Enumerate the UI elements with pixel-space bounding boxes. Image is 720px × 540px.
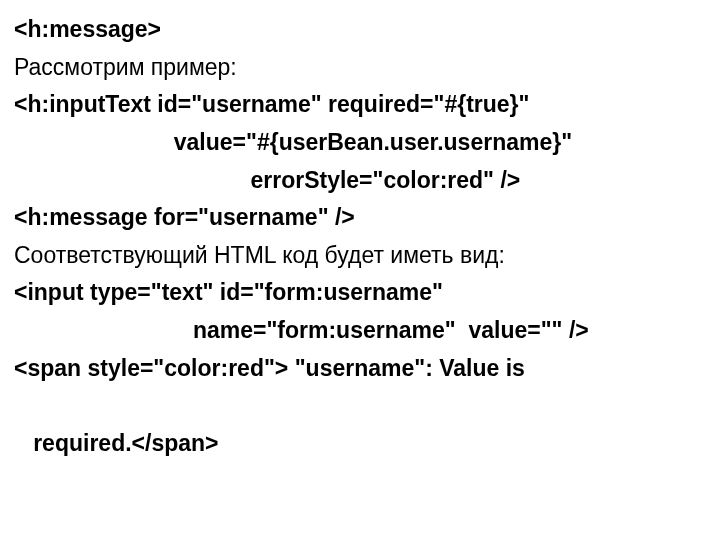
document-page: <h:message> Рассмотрим пример: <h:inputT… <box>0 0 720 462</box>
text-line: Рассмотрим пример: <box>14 50 706 86</box>
code-line: <span style="color:red"> "username": Val… <box>14 351 706 387</box>
code-line: <input type="text" id="form:username" <box>14 275 706 311</box>
code-line: <h:message for="username" /> <box>14 200 706 236</box>
code-line: errorStyle="color:red" /> <box>14 163 706 199</box>
code-line: required.</span> <box>14 426 706 462</box>
code-line: <h:message> <box>14 12 706 48</box>
code-line: <h:inputText id="username" required="#{t… <box>14 87 706 123</box>
code-line <box>14 388 706 424</box>
text-line: Соответствующий HTML код будет иметь вид… <box>14 238 706 274</box>
code-line: value="#{userBean.user.username}" <box>14 125 706 161</box>
code-line: name="form:username" value="" /> <box>14 313 706 349</box>
